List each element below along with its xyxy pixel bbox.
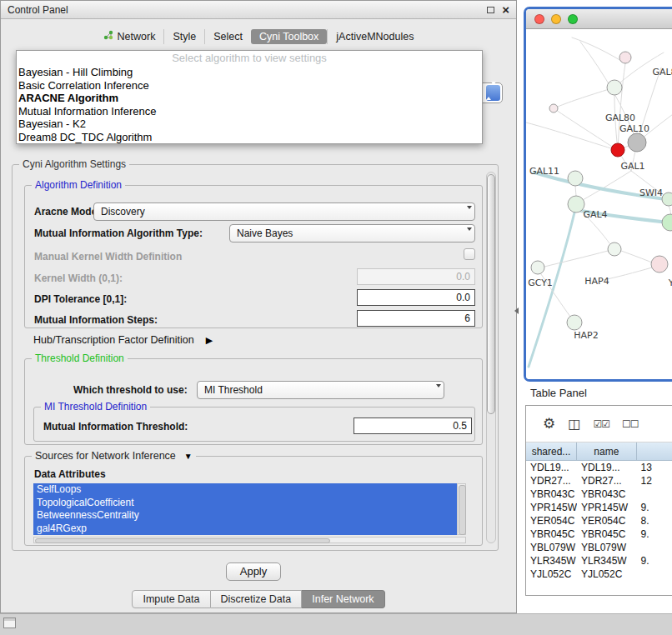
table-cell[interactable]: YPR145W bbox=[526, 501, 577, 514]
dpi-tolerance-input[interactable] bbox=[357, 289, 475, 306]
table-row[interactable]: YER054CYER054C8. bbox=[526, 514, 672, 528]
algorithm-option[interactable]: Mutual Information Inference bbox=[17, 105, 482, 118]
table-row[interactable]: YDL19...YDL19...13 bbox=[526, 461, 672, 474]
attribute-item-selected[interactable]: TopologicalCoefficient bbox=[33, 497, 457, 510]
table-cell[interactable] bbox=[637, 568, 672, 581]
network-canvas[interactable]: GAL8GAL80GAL10GAL11GAL1SWI4GAL4GCY1HAP4H… bbox=[526, 29, 672, 379]
which-threshold-combobox[interactable]: MI Threshold bbox=[197, 381, 444, 399]
table-cell[interactable]: YBL079W bbox=[577, 541, 637, 554]
close-traffic-light-icon[interactable] bbox=[534, 14, 544, 24]
close-icon[interactable]: × bbox=[502, 4, 509, 16]
attribute-item-selected[interactable]: gal4RGexp bbox=[33, 522, 457, 536]
algorithm-option[interactable]: Dream8 DC_TDC Algorithm bbox=[17, 131, 482, 144]
table-row[interactable]: YDR27...YDR27...12 bbox=[526, 474, 672, 488]
scrollbar-thumb[interactable] bbox=[35, 538, 330, 543]
column-header[interactable] bbox=[637, 442, 672, 461]
table-row[interactable]: YLR345WYLR345W9. bbox=[526, 554, 672, 568]
table-cell[interactable]: YER054C bbox=[526, 514, 577, 528]
network-window-titlebar[interactable] bbox=[526, 9, 672, 29]
table-cell[interactable]: YBR043C bbox=[526, 488, 577, 501]
apply-button[interactable]: Apply bbox=[226, 562, 281, 581]
float-window-icon[interactable] bbox=[487, 7, 494, 13]
table-cell[interactable]: 9. bbox=[637, 554, 672, 568]
table-cell[interactable]: YER054C bbox=[577, 514, 637, 528]
tab-discretize-data[interactable]: Discretize Data bbox=[211, 590, 303, 608]
table-row[interactable]: YBR045CYBR045C9. bbox=[526, 528, 672, 541]
table-row[interactable]: YJL052CYJL052C bbox=[526, 568, 672, 581]
network-node[interactable] bbox=[608, 242, 621, 256]
table-cell[interactable]: YDR27... bbox=[526, 474, 577, 488]
network-node[interactable] bbox=[607, 80, 622, 95]
table-cell[interactable]: YPR145W bbox=[577, 501, 637, 514]
network-node[interactable] bbox=[611, 143, 624, 157]
tab-cyni-toolbox[interactable]: Cyni Toolbox bbox=[251, 29, 327, 44]
table-cell[interactable]: 12 bbox=[637, 474, 672, 488]
network-node[interactable] bbox=[567, 315, 582, 330]
network-node[interactable] bbox=[568, 171, 583, 186]
network-edge[interactable] bbox=[603, 268, 652, 280]
table-cell[interactable]: 9. bbox=[637, 528, 672, 541]
network-edge[interactable] bbox=[621, 251, 652, 262]
network-node[interactable] bbox=[651, 256, 668, 272]
network-edge[interactable] bbox=[544, 251, 608, 267]
table-cell[interactable]: YLR345W bbox=[577, 554, 637, 568]
network-node[interactable] bbox=[619, 52, 631, 63]
table-cell[interactable]: 13 bbox=[637, 461, 672, 474]
collapse-arrow-icon[interactable]: ▼ bbox=[184, 452, 193, 461]
network-node[interactable] bbox=[549, 104, 558, 112]
mi-threshold-input[interactable] bbox=[354, 418, 472, 434]
gear-icon[interactable]: ⚙ bbox=[543, 415, 555, 432]
table-cell[interactable]: YDL19... bbox=[526, 461, 577, 474]
attribute-item-selected[interactable]: BetweennessCentrality bbox=[33, 509, 457, 522]
control-panel-titlebar[interactable]: Control Panel × bbox=[1, 1, 516, 19]
scrollbar-thumb[interactable] bbox=[459, 485, 466, 535]
table-cell[interactable]: YBL079W bbox=[526, 541, 577, 554]
table-cell[interactable]: YLR345W bbox=[526, 554, 577, 568]
table-row[interactable]: YPR145WYPR145W9. bbox=[526, 501, 672, 514]
table-cell[interactable]: YBR045C bbox=[577, 528, 637, 541]
panel-resize-arrow[interactable] bbox=[514, 308, 519, 314]
minimize-traffic-light-icon[interactable] bbox=[551, 14, 561, 24]
network-node[interactable] bbox=[531, 261, 544, 274]
network-edge[interactable] bbox=[575, 186, 576, 196]
network-node[interactable] bbox=[568, 196, 584, 212]
scrollbar-thumb[interactable] bbox=[487, 174, 495, 414]
tab-select[interactable]: Select bbox=[204, 29, 251, 44]
table-cell[interactable]: YBR043C bbox=[577, 488, 637, 501]
mi-algorithm-type-combobox[interactable]: Naive Bayes bbox=[229, 224, 475, 242]
algorithm-option[interactable]: Bayesian - K2 bbox=[17, 118, 482, 131]
network-edge[interactable] bbox=[526, 122, 611, 148]
tab-infer-network[interactable]: Infer Network bbox=[302, 590, 384, 608]
table-cell[interactable] bbox=[637, 541, 672, 554]
tab-style[interactable]: Style bbox=[163, 29, 204, 44]
table-cell[interactable]: YDL19... bbox=[577, 461, 637, 474]
columns-icon[interactable]: ◫ bbox=[568, 416, 580, 432]
attribute-list-hscrollbar[interactable] bbox=[33, 537, 466, 543]
select-all-checkboxes-icon[interactable]: ☑☑ bbox=[593, 418, 609, 430]
table-cell[interactable]: 9. bbox=[637, 501, 672, 514]
column-header[interactable]: shared... bbox=[526, 442, 577, 461]
tab-impute-data[interactable]: Impute Data bbox=[132, 590, 210, 608]
table-cell[interactable]: YDR27... bbox=[577, 474, 637, 488]
kernel-width-input[interactable] bbox=[357, 268, 475, 285]
attribute-item-selected[interactable]: SelfLoops bbox=[33, 483, 457, 497]
expand-arrow-icon[interactable]: ▶ bbox=[206, 335, 213, 346]
network-node[interactable] bbox=[662, 192, 672, 206]
zoom-traffic-light-icon[interactable] bbox=[568, 14, 578, 24]
aracne-mode-combobox[interactable]: Discovery bbox=[93, 202, 475, 221]
hub-definition-expander[interactable]: Hub/Transcription Factor Definition ▶ bbox=[33, 334, 213, 346]
attribute-list-vscrollbar[interactable] bbox=[457, 483, 466, 535]
network-node[interactable] bbox=[628, 133, 646, 152]
manual-kernel-width-checkbox[interactable] bbox=[464, 248, 475, 260]
network-edge[interactable] bbox=[572, 38, 625, 63]
table-cell[interactable]: 8. bbox=[637, 514, 672, 528]
settings-scrollbar[interactable] bbox=[486, 172, 496, 543]
table-row[interactable]: YBR043CYBR043C bbox=[526, 488, 672, 501]
dropdown-placeholder[interactable]: Select algorithm to view settings bbox=[17, 51, 482, 66]
table-cell[interactable]: YJL052C bbox=[577, 568, 637, 581]
tab-jactivemodules[interactable]: jActiveMNodules bbox=[327, 29, 422, 44]
deselect-all-checkboxes-icon[interactable]: ☐☐ bbox=[622, 418, 639, 430]
network-edge[interactable] bbox=[554, 108, 612, 147]
table-cell[interactable]: YJL052C bbox=[526, 568, 577, 581]
table-cell[interactable]: YBR045C bbox=[526, 528, 577, 541]
